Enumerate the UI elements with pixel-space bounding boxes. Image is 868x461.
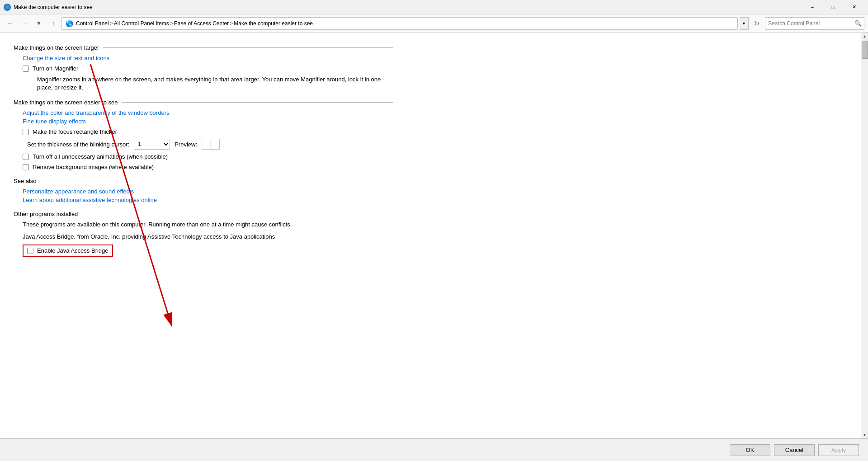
- fine-tune-link[interactable]: Fine tune display effects: [23, 118, 393, 125]
- section-see-also-header: See also: [14, 178, 393, 184]
- up-button[interactable]: ↑: [47, 17, 60, 30]
- breadcrumb-current: Make the computer easier to see: [234, 20, 313, 27]
- section-see-also-line: [40, 181, 393, 181]
- main-area: Make things on the screen larger Change …: [0, 33, 868, 438]
- no-animations-checkbox[interactable]: [23, 154, 29, 160]
- cursor-thickness-label: Set the thickness of the blinking cursor…: [27, 141, 129, 148]
- search-input[interactable]: [765, 20, 852, 27]
- apply-button[interactable]: Apply: [818, 444, 859, 456]
- back-button[interactable]: ←: [4, 17, 16, 30]
- section-easier-header: Make things on the screen easier to see: [14, 99, 393, 106]
- magnifier-checkbox[interactable]: [23, 66, 29, 72]
- right-scrollbar[interactable]: ▲ ▼: [861, 33, 868, 438]
- content-inner: Make things on the screen larger Change …: [0, 33, 407, 268]
- change-size-link[interactable]: Change the size of text and icons: [23, 55, 393, 61]
- breadcrumb-control-panel[interactable]: Control Panel: [76, 20, 109, 27]
- forward-button[interactable]: →: [18, 17, 31, 30]
- maximize-button[interactable]: □: [823, 0, 844, 14]
- content-panel: Make things on the screen larger Change …: [0, 33, 861, 438]
- cursor-thickness-select[interactable]: 1 2 3 4 5: [134, 139, 170, 150]
- focus-rect-checkbox[interactable]: [23, 129, 29, 135]
- title-bar-controls: − □ ✕: [802, 0, 864, 14]
- section-line: [103, 47, 393, 48]
- ok-button[interactable]: OK: [730, 444, 770, 456]
- section-other-programs-header: Other programs installed: [14, 211, 393, 217]
- minimize-button[interactable]: −: [802, 0, 823, 14]
- section-see-also-title: See also: [14, 178, 37, 184]
- section-other-programs-line: [81, 214, 393, 214]
- address-dropdown[interactable]: ▼: [740, 17, 749, 30]
- adjust-color-link[interactable]: Adjust the color and transparency of the…: [23, 109, 393, 116]
- search-box: 🔍: [765, 17, 864, 30]
- cursor-thickness-row: Set the thickness of the blinking cursor…: [27, 139, 393, 150]
- cursor-preview-box: [202, 139, 220, 150]
- cursor-preview-line: [211, 141, 211, 148]
- section-make-larger-title: Make things on the screen larger: [14, 44, 99, 51]
- breadcrumb-ease-of-access[interactable]: Ease of Access Center: [174, 20, 229, 27]
- section-make-larger-header: Make things on the screen larger: [14, 44, 393, 51]
- no-backgrounds-checkbox-row: Remove background images (where availabl…: [23, 164, 393, 170]
- breadcrumb-bar: 🌎 Control Panel > All Control Panel Item…: [61, 17, 738, 30]
- cancel-button[interactable]: Cancel: [774, 444, 815, 456]
- cursor-preview-label: Preview:: [175, 141, 197, 148]
- search-button[interactable]: 🔍: [852, 18, 864, 29]
- assistive-tech-link[interactable]: Learn about additional assistive technol…: [23, 197, 393, 203]
- refresh-button[interactable]: ↻: [750, 17, 763, 30]
- magnifier-description: Magnifier zooms in anywhere on the scree…: [37, 75, 393, 92]
- magnifier-label[interactable]: Turn on Magnifier: [33, 65, 78, 72]
- close-button[interactable]: ✕: [844, 0, 864, 14]
- magnifier-checkbox-row: Turn on Magnifier: [23, 65, 393, 72]
- no-animations-checkbox-row: Turn off all unnecessary animations (whe…: [23, 153, 393, 160]
- no-backgrounds-label[interactable]: Remove background images (where availabl…: [33, 164, 154, 170]
- java-bridge-checkbox[interactable]: [27, 248, 33, 254]
- java-bridge-description: Java Access Bridge, from Oracle, Inc. pr…: [23, 233, 393, 240]
- window-title: Make the computer easier to see: [14, 4, 802, 10]
- breadcrumb-all-items[interactable]: All Control Panel Items: [114, 20, 169, 27]
- scroll-up-arrow[interactable]: ▲: [861, 33, 868, 40]
- recent-pages-button[interactable]: ▼: [33, 17, 45, 30]
- java-bridge-label[interactable]: Enable Java Access Bridge: [37, 247, 108, 254]
- section-easier-title: Make things on the screen easier to see: [14, 99, 118, 106]
- focus-rect-checkbox-row: Make the focus rectangle thicker: [23, 128, 393, 135]
- section-other-programs-title: Other programs installed: [14, 211, 78, 217]
- other-programs-description: These programs are available on this com…: [23, 221, 393, 228]
- personalize-link[interactable]: Personalize appearance and sound effects: [23, 188, 393, 195]
- scroll-down-arrow[interactable]: ▼: [861, 431, 868, 438]
- bottom-button-bar: OK Cancel Apply: [0, 438, 868, 461]
- title-bar: Make the computer easier to see − □ ✕: [0, 0, 868, 14]
- address-bar: ← → ▼ ↑ 🌎 Control Panel > All Control Pa…: [0, 14, 868, 33]
- no-backgrounds-checkbox[interactable]: [23, 164, 29, 170]
- window-icon: [4, 4, 11, 11]
- scroll-thumb[interactable]: [862, 41, 868, 59]
- no-animations-label[interactable]: Turn off all unnecessary animations (whe…: [33, 153, 168, 160]
- java-bridge-highlighted-container: Enable Java Access Bridge: [23, 245, 113, 257]
- focus-rect-label[interactable]: Make the focus rectangle thicker: [33, 128, 117, 135]
- section-easier-line: [122, 102, 393, 103]
